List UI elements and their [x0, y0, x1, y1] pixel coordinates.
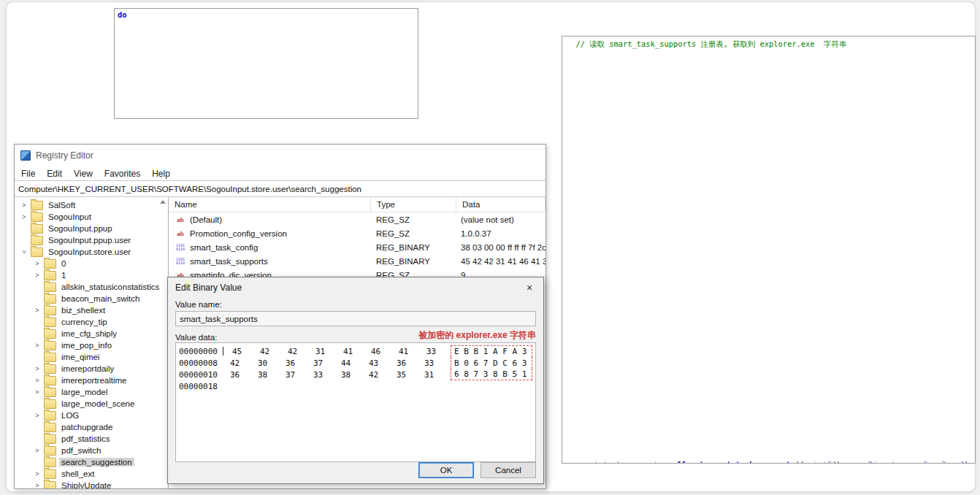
tree-item-imereportdaily[interactable]: >imereportdaily — [15, 363, 168, 375]
dialog-titlebar[interactable]: Edit Binary Value × — [168, 277, 543, 297]
address-bar — [15, 180, 545, 197]
menu-item-help[interactable]: Help — [152, 169, 170, 179]
value-row-promotion-config-version[interactable]: abPromotion_config_versionREG_SZ1.0.0.37 — [169, 226, 545, 240]
chevron-right-icon[interactable]: > — [34, 342, 41, 349]
tree-item-beacon_main_switch[interactable]: beacon_main_switch — [15, 293, 168, 304]
menu-item-file[interactable]: File — [21, 169, 35, 179]
chevron-right-icon[interactable]: > — [34, 470, 41, 477]
hex-byte[interactable]: 42 — [361, 370, 389, 380]
hex-byte[interactable]: 31 — [417, 370, 445, 380]
hex-editor[interactable]: 000000004542423141464133E B B 1 A F A 30… — [175, 342, 536, 462]
menu-item-view[interactable]: View — [74, 169, 93, 179]
tree-item-salsoft[interactable]: >SalSoft — [15, 199, 168, 211]
chevron-right-icon[interactable]: > — [34, 482, 41, 488]
hex-byte[interactable]: 37 — [278, 370, 306, 380]
column-header-name[interactable]: Name — [169, 197, 371, 212]
value-name-text: (Default) — [190, 215, 222, 224]
hex-byte[interactable]: 42 — [253, 347, 280, 356]
hex-byte[interactable]: 31 — [308, 347, 336, 356]
column-header-type[interactable]: Type — [371, 197, 456, 212]
tree-item-ime_cfg_shiply[interactable]: ime_cfg_shiply — [15, 328, 168, 339]
hex-byte[interactable]: 33 — [417, 358, 445, 368]
tree-item-imereportrealtime[interactable]: >imereportrealtime — [15, 375, 168, 386]
chevron-right-icon[interactable]: > — [20, 202, 28, 209]
tree-item-pdf_switch[interactable]: >pdf_switch — [15, 445, 168, 456]
reg-binary-icon: 1101 0110 — [175, 258, 186, 265]
tree-item-large_model_scene[interactable]: large_model_scene — [15, 398, 168, 410]
close-icon[interactable]: × — [517, 277, 542, 297]
tree-item-label: ime_qimei — [59, 353, 102, 361]
tree-item-0[interactable]: >0 — [15, 258, 168, 269]
hex-byte[interactable]: 33 — [419, 347, 447, 356]
tree-item-label: pdf_switch — [59, 446, 103, 455]
value-name-cell: 1101 0110smart_task_supports — [169, 257, 370, 266]
ok-button[interactable]: OK — [418, 462, 474, 478]
tree-item-sogouinput.ppup.user[interactable]: SogouInput.ppup.user — [15, 234, 168, 246]
tree-item-sogouinput.store.user[interactable]: >SogouInput.store.user — [15, 246, 168, 258]
reg-sz-icon: ab — [175, 216, 186, 223]
tree-item-patchupgrade[interactable]: patchupgrade — [15, 421, 168, 433]
tree-item-shell_ext[interactable]: >shell_ext — [15, 468, 168, 480]
hex-byte[interactable]: 35 — [389, 370, 417, 380]
value-row--default-[interactable]: ab(Default)REG_SZ(value not set) — [169, 212, 545, 226]
hex-byte[interactable]: 42 — [223, 358, 250, 368]
tree-item-sogouinput.ppup[interactable]: SogouInput.ppup — [15, 223, 168, 234]
tree-item-biz_shellext[interactable]: >biz_shellext — [15, 304, 168, 316]
tree-scrollbar[interactable] — [158, 197, 168, 488]
value-row-smart-task-supports[interactable]: 1101 0110smart_task_supportsREG_BINARY45… — [169, 254, 545, 268]
reg-sz-icon: ab — [175, 230, 186, 237]
column-header-data[interactable]: Data — [456, 197, 545, 212]
tree-item-search_suggestion[interactable]: search_suggestion — [15, 456, 168, 468]
tree-item-sogouinput[interactable]: >SogouInput — [15, 211, 168, 223]
chevron-right-icon[interactable]: > — [34, 365, 41, 372]
chevron-right-icon[interactable]: > — [34, 412, 41, 419]
hex-byte[interactable]: 46 — [364, 347, 391, 356]
value-type-cell: REG_BINARY — [370, 243, 455, 252]
menu-item-edit[interactable]: Edit — [47, 169, 62, 179]
hex-byte[interactable]: 44 — [334, 358, 361, 368]
folder-icon — [44, 434, 56, 444]
hex-byte[interactable]: 43 — [361, 358, 389, 368]
hex-byte[interactable]: 42 — [280, 347, 308, 356]
menu-item-favorites[interactable]: Favorites — [104, 169, 140, 179]
hex-byte[interactable]: 36 — [223, 370, 250, 380]
value-row-smart-task-config[interactable]: 1101 0110smart_task_configREG_BINARY38 0… — [169, 240, 545, 254]
hex-byte[interactable]: 30 — [250, 358, 278, 368]
chevron-right-icon[interactable]: > — [34, 272, 41, 279]
chevron-right-icon[interactable]: > — [34, 377, 41, 384]
value-name-text: smart_task_config — [190, 243, 258, 252]
cancel-button[interactable]: Cancel — [481, 462, 536, 478]
hex-byte[interactable]: 41 — [336, 347, 364, 356]
registry-tree: >SalSoft>SogouInputSogouInput.ppupSogouI… — [15, 197, 168, 488]
chevron-right-icon[interactable]: > — [34, 307, 41, 314]
chevron-right-icon[interactable]: > — [20, 213, 28, 220]
folder-icon — [44, 399, 56, 409]
tree-item-currency_tip[interactable]: currency_tip — [15, 316, 168, 328]
tree-item-shiplyupdate[interactable]: >ShiplyUpdate — [15, 480, 168, 488]
hex-byte[interactable]: 41 — [391, 347, 419, 356]
value-name-label: Value name: — [168, 297, 543, 310]
tree-item-1[interactable]: >1 — [15, 269, 168, 281]
chevron-right-icon[interactable]: > — [34, 447, 41, 454]
chevron-right-icon[interactable]: > — [34, 388, 41, 396]
tree-item-ime_pop_info[interactable]: >ime_pop_info — [15, 339, 168, 351]
hex-byte[interactable]: 36 — [278, 358, 306, 368]
tree-item-ime_qimei[interactable]: ime_qimei — [15, 351, 168, 363]
address-input[interactable] — [15, 181, 545, 196]
hex-byte[interactable]: 36 — [389, 358, 417, 368]
hex-byte[interactable]: 38 — [250, 370, 278, 380]
registry-titlebar[interactable]: Registry Editor — [15, 145, 545, 166]
tree-item-large_model[interactable]: >large_model — [15, 386, 168, 398]
chevron-down-icon[interactable]: > — [20, 248, 28, 256]
tree-item-log[interactable]: >LOG — [15, 410, 168, 421]
hex-byte[interactable]: 38 — [334, 370, 361, 380]
hex-byte[interactable]: 37 — [306, 358, 334, 368]
hex-byte[interactable]: 45 — [225, 347, 253, 356]
tree-item-pdf_statistics[interactable]: pdf_statistics — [15, 433, 168, 445]
scroll-up-icon[interactable] — [160, 200, 166, 204]
code-line: smart_task_supports = ff_get_smart_task_… — [567, 460, 971, 464]
value-name-field[interactable]: smart_task_supports — [175, 311, 536, 326]
tree-item-allskin_statusiconstatistics[interactable]: allskin_statusiconstatistics — [15, 281, 168, 293]
hex-byte[interactable]: 33 — [306, 370, 334, 380]
chevron-right-icon[interactable]: > — [34, 260, 41, 267]
